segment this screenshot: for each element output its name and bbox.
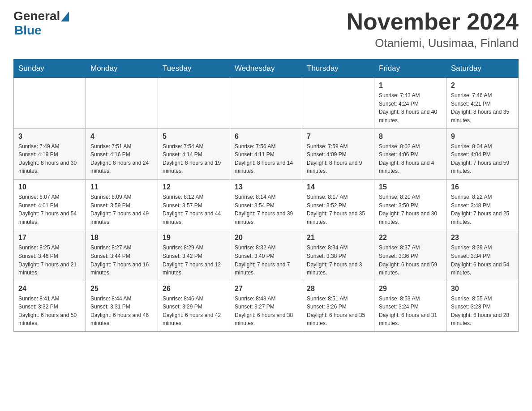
calendar-cell: 18Sunrise: 8:27 AMSunset: 3:44 PMDayligh… (86, 230, 158, 281)
day-info: Sunrise: 7:43 AMSunset: 4:24 PMDaylight:… (379, 92, 437, 124)
day-number: 10 (18, 183, 81, 191)
calendar-cell (302, 78, 374, 128)
day-number: 19 (163, 234, 225, 242)
day-number: 28 (307, 285, 369, 293)
day-number: 3 (18, 133, 81, 141)
day-info: Sunrise: 8:44 AMSunset: 3:31 PMDaylight:… (90, 295, 149, 327)
day-number: 26 (163, 285, 225, 293)
day-info: Sunrise: 7:59 AMSunset: 4:09 PMDaylight:… (307, 143, 362, 175)
day-number: 8 (379, 133, 442, 141)
day-number: 4 (90, 133, 153, 141)
day-info: Sunrise: 7:49 AMSunset: 4:19 PMDaylight:… (18, 143, 77, 175)
calendar-cell: 3Sunrise: 7:49 AMSunset: 4:19 PMDaylight… (14, 128, 86, 179)
calendar-cell: 26Sunrise: 8:46 AMSunset: 3:29 PMDayligh… (158, 281, 230, 331)
calendar-cell: 27Sunrise: 8:48 AMSunset: 3:27 PMDayligh… (230, 281, 302, 331)
day-number: 9 (451, 133, 514, 141)
day-info: Sunrise: 8:51 AMSunset: 3:26 PMDaylight:… (307, 295, 365, 327)
day-number: 17 (18, 234, 81, 242)
day-info: Sunrise: 8:17 AMSunset: 3:52 PMDaylight:… (307, 194, 365, 225)
day-number: 20 (235, 234, 297, 242)
calendar-cell: 1Sunrise: 7:43 AMSunset: 4:24 PMDaylight… (374, 78, 446, 128)
day-number: 15 (379, 183, 442, 191)
day-info: Sunrise: 7:56 AMSunset: 4:11 PMDaylight:… (235, 143, 293, 175)
calendar-cell: 17Sunrise: 8:25 AMSunset: 3:46 PMDayligh… (14, 230, 86, 281)
header-saturday: Saturday (446, 60, 519, 78)
calendar-week-5: 24Sunrise: 8:41 AMSunset: 3:32 PMDayligh… (14, 281, 519, 331)
calendar-cell (158, 78, 230, 128)
day-number: 24 (18, 285, 81, 293)
calendar-cell: 21Sunrise: 8:34 AMSunset: 3:38 PMDayligh… (302, 230, 374, 281)
day-number: 7 (307, 133, 369, 141)
day-info: Sunrise: 8:41 AMSunset: 3:32 PMDaylight:… (18, 295, 77, 327)
day-number: 12 (163, 183, 225, 191)
day-number: 14 (307, 183, 369, 191)
day-number: 11 (90, 183, 153, 191)
day-number: 5 (163, 133, 225, 141)
calendar-week-2: 3Sunrise: 7:49 AMSunset: 4:19 PMDaylight… (14, 128, 519, 179)
day-number: 6 (235, 133, 297, 141)
day-number: 30 (451, 285, 514, 293)
calendar-cell: 5Sunrise: 7:54 AMSunset: 4:14 PMDaylight… (158, 128, 230, 179)
logo: General Blue (13, 9, 69, 38)
day-info: Sunrise: 8:39 AMSunset: 3:34 PMDaylight:… (451, 244, 509, 276)
day-info: Sunrise: 8:34 AMSunset: 3:38 PMDaylight:… (307, 244, 362, 276)
logo-triangle-icon (61, 12, 69, 21)
day-info: Sunrise: 7:46 AMSunset: 4:21 PMDaylight:… (451, 92, 509, 124)
calendar-table: Sunday Monday Tuesday Wednesday Thursday… (13, 59, 519, 332)
calendar-cell: 23Sunrise: 8:39 AMSunset: 3:34 PMDayligh… (446, 230, 519, 281)
calendar-cell: 25Sunrise: 8:44 AMSunset: 3:31 PMDayligh… (86, 281, 158, 331)
header-sunday: Sunday (14, 60, 86, 78)
calendar-cell: 13Sunrise: 8:14 AMSunset: 3:54 PMDayligh… (230, 179, 302, 230)
calendar-cell: 22Sunrise: 8:37 AMSunset: 3:36 PMDayligh… (374, 230, 446, 281)
day-number: 22 (379, 234, 442, 242)
calendar-cell (230, 78, 302, 128)
calendar-cell: 29Sunrise: 8:53 AMSunset: 3:24 PMDayligh… (374, 281, 446, 331)
day-info: Sunrise: 8:14 AMSunset: 3:54 PMDaylight:… (235, 194, 293, 225)
day-info: Sunrise: 8:02 AMSunset: 4:06 PMDaylight:… (379, 143, 434, 175)
calendar-cell (14, 78, 86, 128)
day-info: Sunrise: 8:22 AMSunset: 3:48 PMDaylight:… (451, 194, 509, 225)
title-block: November 2024 Otaniemi, Uusimaa, Finland (347, 9, 519, 50)
day-number: 2 (451, 81, 514, 90)
logo-general: General (13, 9, 60, 23)
calendar-cell: 7Sunrise: 7:59 AMSunset: 4:09 PMDaylight… (302, 128, 374, 179)
calendar-cell: 19Sunrise: 8:29 AMSunset: 3:42 PMDayligh… (158, 230, 230, 281)
day-number: 27 (235, 285, 297, 293)
svg-marker-0 (61, 12, 69, 21)
calendar-cell: 16Sunrise: 8:22 AMSunset: 3:48 PMDayligh… (446, 179, 519, 230)
calendar-cell: 8Sunrise: 8:02 AMSunset: 4:06 PMDaylight… (374, 128, 446, 179)
day-info: Sunrise: 8:04 AMSunset: 4:04 PMDaylight:… (451, 143, 509, 175)
month-title: November 2024 (347, 9, 519, 34)
calendar-cell: 2Sunrise: 7:46 AMSunset: 4:21 PMDaylight… (446, 78, 519, 128)
day-number: 25 (90, 285, 153, 293)
day-info: Sunrise: 8:53 AMSunset: 3:24 PMDaylight:… (379, 295, 437, 327)
day-info: Sunrise: 8:27 AMSunset: 3:44 PMDaylight:… (90, 244, 149, 276)
calendar-cell: 28Sunrise: 8:51 AMSunset: 3:26 PMDayligh… (302, 281, 374, 331)
day-number: 23 (451, 234, 514, 242)
day-info: Sunrise: 8:46 AMSunset: 3:29 PMDaylight:… (163, 295, 221, 327)
calendar-cell: 20Sunrise: 8:32 AMSunset: 3:40 PMDayligh… (230, 230, 302, 281)
calendar-cell: 15Sunrise: 8:20 AMSunset: 3:50 PMDayligh… (374, 179, 446, 230)
day-info: Sunrise: 8:29 AMSunset: 3:42 PMDaylight:… (163, 244, 221, 276)
calendar-cell: 12Sunrise: 8:12 AMSunset: 3:57 PMDayligh… (158, 179, 230, 230)
calendar-cell: 11Sunrise: 8:09 AMSunset: 3:59 PMDayligh… (86, 179, 158, 230)
day-info: Sunrise: 7:54 AMSunset: 4:14 PMDaylight:… (163, 143, 221, 175)
header-tuesday: Tuesday (158, 60, 230, 78)
day-info: Sunrise: 8:48 AMSunset: 3:27 PMDaylight:… (235, 295, 293, 327)
calendar-week-1: 1Sunrise: 7:43 AMSunset: 4:24 PMDaylight… (14, 78, 519, 128)
day-number: 21 (307, 234, 369, 242)
header-wednesday: Wednesday (230, 60, 302, 78)
day-info: Sunrise: 8:32 AMSunset: 3:40 PMDaylight:… (235, 244, 290, 276)
page-header: General Blue November 2024 Otaniemi, Uus… (13, 9, 519, 50)
calendar-week-4: 17Sunrise: 8:25 AMSunset: 3:46 PMDayligh… (14, 230, 519, 281)
calendar-cell: 4Sunrise: 7:51 AMSunset: 4:16 PMDaylight… (86, 128, 158, 179)
header-thursday: Thursday (302, 60, 374, 78)
day-info: Sunrise: 8:12 AMSunset: 3:57 PMDaylight:… (163, 194, 221, 225)
calendar-cell: 14Sunrise: 8:17 AMSunset: 3:52 PMDayligh… (302, 179, 374, 230)
day-info: Sunrise: 8:20 AMSunset: 3:50 PMDaylight:… (379, 194, 437, 225)
calendar-cell: 10Sunrise: 8:07 AMSunset: 4:01 PMDayligh… (14, 179, 86, 230)
location-title: Otaniemi, Uusimaa, Finland (347, 36, 519, 50)
day-number: 13 (235, 183, 297, 191)
day-number: 1 (379, 81, 442, 90)
calendar-week-3: 10Sunrise: 8:07 AMSunset: 4:01 PMDayligh… (14, 179, 519, 230)
